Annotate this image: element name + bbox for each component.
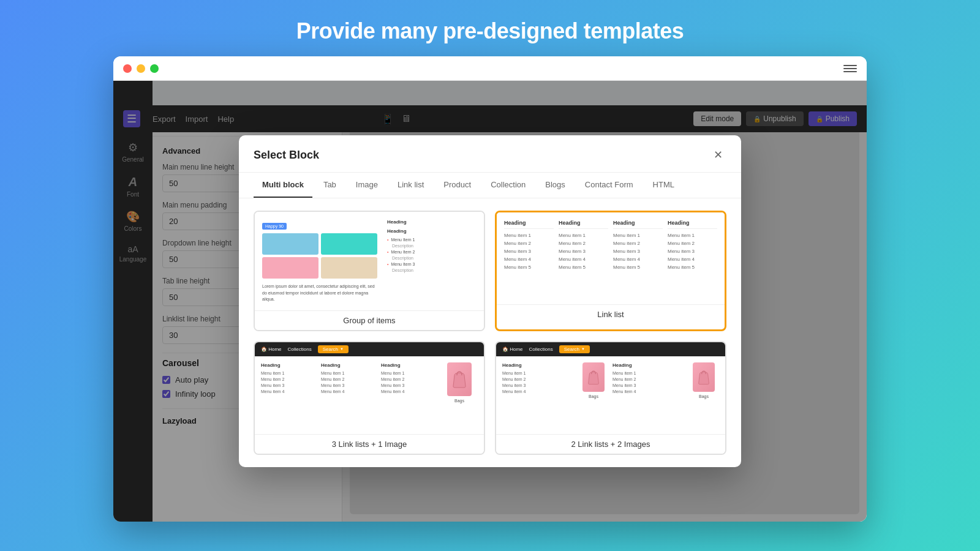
modal-close-button[interactable]: ✕	[709, 146, 726, 163]
2ll-2img-preview: 🏠 Home Collections Search ▼ Heading Menu…	[496, 342, 725, 434]
nav-search: Search ▼	[318, 345, 349, 353]
modal-overlay: Select Block ✕ Multi block Tab Image Lin…	[113, 81, 867, 522]
ll-col-2: Heading Menu item 1 Menu item 2 Menu ite…	[559, 220, 608, 272]
traffic-light-yellow[interactable]	[137, 64, 145, 73]
template-card-2ll-2img[interactable]: 🏠 Home Collections Search ▼ Heading Menu…	[495, 341, 726, 455]
modal-tabs: Multi block Tab Image Link list Product …	[239, 173, 741, 198]
nav-collections-2: Collections	[529, 347, 553, 352]
tab-multi-block[interactable]: Multi block	[254, 173, 312, 198]
nav-home: 🏠 Home	[261, 347, 282, 352]
template-card-link-list[interactable]: Heading Menu item 1 Menu item 2 Menu ite…	[495, 211, 726, 331]
nav-home-2: 🏠 Home	[502, 347, 523, 352]
group-of-items-preview: Happy 90 Lorem ipsum dolor sit amet, con…	[255, 212, 484, 310]
modal-header: Select Block ✕	[239, 135, 741, 173]
select-block-modal: Select Block ✕ Multi block Tab Image Lin…	[239, 135, 741, 467]
group-of-items-name: Group of items	[255, 310, 484, 330]
window-chrome	[113, 56, 867, 81]
tab-blogs[interactable]: Blogs	[537, 173, 574, 198]
traffic-light-green[interactable]	[150, 64, 159, 73]
tll-image-col: Bags	[441, 362, 478, 403]
ll-col-4: Heading Menu item 1 Menu item 2 Menu ite…	[668, 220, 717, 272]
bag-image	[447, 362, 472, 396]
tab-contact-form[interactable]: Contact Form	[576, 173, 642, 198]
template-card-3ll-1img[interactable]: 🏠 Home Collections Search ▼ Heading Menu…	[254, 341, 485, 455]
templates-grid: Happy 90 Lorem ipsum dolor sit amet, con…	[254, 211, 726, 455]
tab-product[interactable]: Product	[435, 173, 480, 198]
modal-title: Select Block	[254, 149, 319, 162]
nav-collections: Collections	[288, 347, 312, 352]
banner-title: Provide many pre-designed templates	[0, 18, 980, 44]
top-banner: Provide many pre-designed templates	[0, 0, 980, 56]
traffic-lights	[123, 64, 159, 73]
bags-label-2b: Bags	[699, 394, 709, 399]
bags-label-2a: Bags	[589, 394, 598, 399]
tab-html[interactable]: HTML	[644, 173, 683, 198]
tab-image[interactable]: Image	[347, 173, 386, 198]
ll-col-1: Heading Menu item 1 Menu item 2 Menu ite…	[504, 220, 554, 272]
tab-tab[interactable]: Tab	[315, 173, 345, 198]
traffic-light-red[interactable]	[123, 64, 132, 73]
tab-collection[interactable]: Collection	[482, 173, 534, 198]
link-list-name: Link list	[497, 304, 725, 324]
tab-link-list[interactable]: Link list	[389, 173, 432, 198]
3ll-1img-preview: 🏠 Home Collections Search ▼ Heading Menu…	[255, 342, 484, 434]
hamburger-icon[interactable]	[843, 65, 857, 72]
bags-label-1: Bags	[454, 399, 464, 403]
template-card-group-of-items[interactable]: Happy 90 Lorem ipsum dolor sit amet, con…	[254, 211, 485, 331]
main-window: ☰ Export Import Help 📱 🖥 Edit mode Unpub…	[113, 56, 867, 522]
nav-search-2: Search ▼	[559, 345, 590, 353]
link-list-preview: Heading Menu item 1 Menu item 2 Menu ite…	[497, 212, 725, 304]
3ll-1img-name: 3 Link lists + 1 Image	[255, 434, 484, 454]
ll-col-3: Heading Menu item 1 Menu item 2 Menu ite…	[613, 220, 663, 272]
2ll-2img-name: 2 Link lists + 2 Images	[496, 434, 725, 454]
modal-content: Happy 90 Lorem ipsum dolor sit amet, con…	[239, 198, 741, 467]
